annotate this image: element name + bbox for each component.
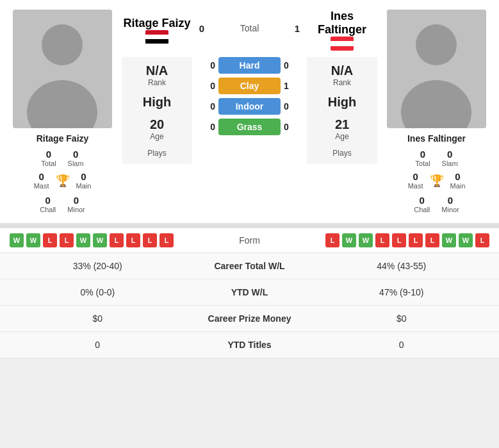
player1-avatar: [13, 10, 112, 128]
player2-flag: [331, 37, 354, 51]
indoor-row: 0 Indoor 0: [197, 98, 302, 115]
ytd-wl-row: 0% (0-0) YTD W/L 47% (9-10): [0, 279, 499, 306]
player2-slam: 0 Slam: [442, 149, 458, 167]
players-section: Ritage Faizy 0 Total 0 Slam 0 Mast 🏆: [0, 0, 499, 223]
player1-header-name: Ritage Faizy: [123, 17, 190, 30]
player1-form-badge-0: W: [10, 233, 24, 247]
prize-money-right: $0: [314, 313, 490, 324]
player1-total: 0 Total: [41, 149, 56, 167]
player2-form-badge-6: L: [425, 233, 439, 247]
ytd-titles-label: YTD Titles: [186, 340, 314, 350]
player2-form-badge-4: L: [392, 233, 406, 247]
player1-form-badge-3: L: [60, 233, 74, 247]
clay-row: 0 Clay 1: [197, 78, 302, 94]
player2-avatar: [387, 10, 486, 128]
player1-plays-block: Plays: [147, 149, 166, 158]
player2-stats-row1: 0 Total 0 Slam: [415, 149, 457, 167]
player2-name: Ines Faltinger: [407, 133, 466, 144]
player2-stats-row2: 0 Mast 🏆 0 Main: [408, 171, 466, 190]
section-divider: [0, 223, 499, 228]
career-wl-right: 44% (43-55): [314, 261, 490, 271]
ytd-wl-left: 0% (0-0): [10, 287, 186, 297]
grass-row: 0 Grass 0: [197, 119, 302, 135]
indoor-badge: Indoor: [218, 98, 281, 115]
player2-card: Ines Faltinger 0 Total 0 Slam 0 Mast 🏆: [380, 10, 493, 213]
player1-form-badges: WWLLWWLLLL: [10, 233, 211, 247]
clay-badge: Clay: [218, 78, 281, 94]
ytd-titles-row: 0 YTD Titles 0: [0, 332, 499, 358]
center-stats-area: N/A Rank High 20 Age Plays: [122, 57, 377, 164]
player1-form-badge-1: W: [26, 233, 40, 247]
player1-rank-block: N/A Rank: [146, 63, 168, 87]
player2-form-badge-5: L: [409, 233, 423, 247]
ytd-titles-right: 0: [314, 340, 490, 350]
player1-main: 0 Main: [76, 171, 92, 190]
ytd-wl-right: 47% (9-10): [314, 287, 490, 297]
player2-form-badge-9: L: [475, 233, 489, 247]
player1-stats-row3: 0 Chall 0 Minor: [40, 195, 85, 213]
career-wl-left: 33% (20-40): [10, 261, 186, 271]
player1-stats-row2: 0 Mast 🏆 0 Main: [34, 171, 92, 190]
player1-form-badge-5: W: [93, 233, 107, 247]
ytd-titles-left: 0: [10, 340, 186, 350]
player1-high-block: High: [143, 95, 171, 110]
player2-form-badges: LWWLLLLWWL: [288, 233, 490, 247]
player2-form-badge-8: W: [459, 233, 473, 247]
svg-point-4: [416, 24, 457, 65]
player1-form-badge-8: L: [143, 233, 157, 247]
middle-panel: Ritage Faizy 0 Total 1 I: [119, 10, 380, 213]
player1-form-badge-6: L: [110, 233, 124, 247]
player2-high-block: High: [328, 95, 356, 110]
total-row: 0 Total 1: [192, 23, 307, 34]
player2-chall: 0 Chall: [414, 195, 430, 213]
player2-rank-block: N/A Rank: [331, 63, 353, 87]
player2-plays-block: Plays: [332, 149, 351, 158]
prize-money-left: $0: [10, 313, 186, 324]
player1-stats-row1: 0 Total 0 Slam: [41, 149, 83, 167]
player1-form-badge-2: L: [43, 233, 57, 247]
player1-minor: 0 Minor: [67, 195, 85, 213]
hard-row: 0 Hard 0: [197, 57, 302, 74]
player1-form-badge-9: L: [160, 233, 174, 247]
player1-card: Ritage Faizy 0 Total 0 Slam 0 Mast 🏆: [6, 10, 119, 213]
player2-form-badge-2: W: [359, 233, 373, 247]
player1-form-badge-4: W: [76, 233, 90, 247]
hard-badge: Hard: [218, 57, 281, 74]
prize-money-label: Career Prize Money: [186, 313, 314, 324]
player2-age-block: 21 Age: [335, 117, 349, 141]
player2-main: 0 Main: [450, 171, 466, 190]
player1-name: Ritage Faizy: [37, 133, 89, 144]
grass-badge: Grass: [218, 119, 281, 135]
player1-center-stats: N/A Rank High 20 Age Plays: [122, 57, 192, 164]
player2-form-badge-0: L: [325, 233, 339, 247]
player1-form-badge-7: L: [126, 233, 140, 247]
form-label: Form: [211, 235, 288, 245]
career-wl-row: 33% (20-40) Career Total W/L 44% (43-55): [0, 253, 499, 279]
player2-center-stats: N/A Rank High 21 Age Plays: [307, 57, 377, 164]
player1-slam: 0 Slam: [68, 149, 84, 167]
prize-money-row: $0 Career Prize Money $0: [0, 306, 499, 332]
player2-form-badge-7: W: [442, 233, 456, 247]
player1-age-block: 20 Age: [150, 117, 164, 141]
player2-trophy-icon: 🏆: [430, 174, 444, 188]
player1-mast: 0 Mast: [34, 171, 49, 190]
player1-chall: 0 Chall: [40, 195, 56, 213]
player2-form-badge-3: L: [375, 233, 389, 247]
player2-stats-row3: 0 Chall 0 Minor: [414, 195, 459, 213]
career-wl-label: Career Total W/L: [186, 261, 314, 271]
player2-header-name: InesFaltinger: [318, 10, 366, 37]
player1-trophy-icon: 🏆: [56, 174, 70, 188]
player2-minor: 0 Minor: [441, 195, 459, 213]
court-scores: 0 Hard 0 0 Clay 1 0 Indoor 0: [197, 57, 302, 164]
player2-mast: 0 Mast: [408, 171, 423, 190]
player2-total: 0 Total: [415, 149, 430, 167]
ytd-wl-label: YTD W/L: [186, 287, 314, 297]
svg-point-1: [42, 24, 83, 65]
main-container: Ritage Faizy 0 Total 0 Slam 0 Mast 🏆: [0, 0, 499, 358]
player1-flag: [145, 30, 168, 44]
form-section: WWLLWWLLLL Form LWWLLLLWWL: [0, 228, 499, 253]
player2-form-badge-1: W: [342, 233, 356, 247]
